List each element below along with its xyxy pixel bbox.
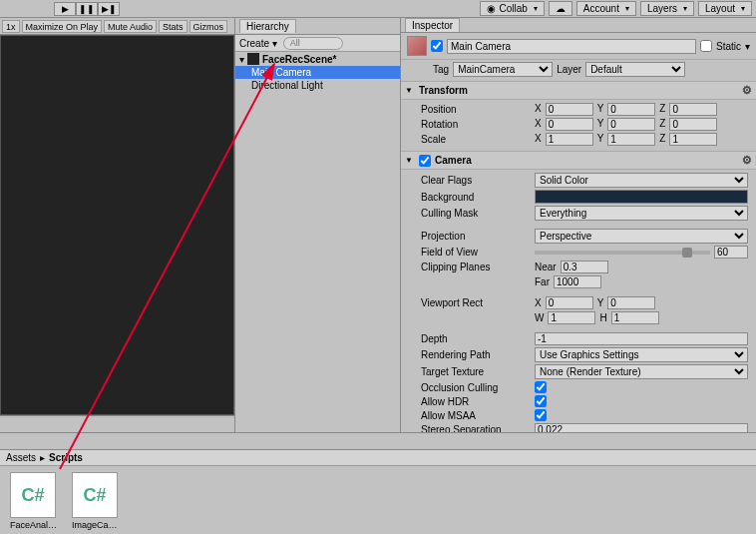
asset-label: FaceAnalysi... [10,520,60,530]
account-dropdown[interactable]: Account [576,1,636,16]
projection-dropdown[interactable]: Perspective [535,229,748,244]
gameobject-active-checkbox[interactable] [431,40,443,52]
stereo-separation-input[interactable] [535,423,748,432]
target-texture-field[interactable]: None (Render Texture) [535,364,748,379]
cloud-icon: ☁ [556,3,566,14]
game-viewport[interactable] [0,35,234,415]
breadcrumb-assets[interactable]: Assets [6,452,36,463]
foldout-icon: ▾ [239,54,244,65]
scale-x-input[interactable] [546,133,593,146]
clear-flags-dropdown[interactable]: Solid Color [535,173,748,188]
allow-msaa-checkbox[interactable] [535,409,547,421]
step-button[interactable]: ▶❚ [98,2,120,16]
gameobject-header: Static ▾ [401,33,756,60]
scale-y-input[interactable] [607,133,655,146]
csharp-script-icon: C# [72,472,118,518]
viewport-rect-label: Viewport Rect [421,297,531,308]
culling-mask-label: Culling Mask [421,208,531,219]
transform-header[interactable]: ▼ Transform ⚙ [401,82,756,100]
gameobject-icon[interactable] [407,36,427,56]
layout-dropdown[interactable]: Layout [698,1,752,16]
hierarchy-tab[interactable]: Hierarchy [239,19,296,33]
inspector-panel: Inspector Static ▾ Tag MainCamera Layer … [401,18,756,432]
stereo-separation-label: Stereo Separation [421,424,531,432]
clear-flags-label: Clear Flags [421,175,531,186]
scale-dropdown[interactable]: 1x [2,20,20,33]
near-clip-input[interactable] [561,261,608,273]
fov-input[interactable] [714,246,748,259]
inspector-tab[interactable]: Inspector [405,18,460,32]
stats-toggle[interactable]: Stats [159,20,188,33]
viewport-y-input[interactable] [607,296,655,309]
allow-msaa-label: Allow MSAA [421,410,531,421]
clipping-planes-label: Clipping Planes [421,262,531,272]
hierarchy-tab-bar: Hierarchy [235,18,400,35]
hierarchy-item-directional-light[interactable]: Directional Light [235,79,400,92]
static-checkbox[interactable] [700,40,712,52]
tag-dropdown[interactable]: MainCamera [453,62,553,77]
inspector-tab-bar: Inspector [401,18,756,33]
maximize-on-play-toggle[interactable]: Maximize On Play [22,20,103,33]
gizmos-dropdown[interactable]: Gizmos [189,20,228,33]
position-x-input[interactable] [546,103,593,116]
rotation-z-input[interactable] [669,118,717,131]
tag-layer-row: Tag MainCamera Layer Default [401,60,756,82]
foldout-icon: ▼ [405,156,415,165]
asset-grid: C# FaceAnalysi... C# ImageCaptu... [0,466,756,534]
hierarchy-toolbar: Create ▾ [235,35,400,52]
target-texture-label: Target Texture [421,366,531,377]
pause-button[interactable]: ❚❚ [76,2,98,16]
allow-hdr-label: Allow HDR [421,396,531,407]
fov-slider[interactable] [535,251,710,255]
camera-component: ▼ Camera ⚙ Clear FlagsSolid Color Backgr… [401,152,756,432]
play-button[interactable]: ▶ [54,2,76,16]
scale-label: Scale [421,134,531,145]
breadcrumb-scripts[interactable]: Scripts [49,452,83,463]
background-label: Background [421,192,531,203]
cloud-button[interactable]: ☁ [549,1,572,16]
rotation-x-input[interactable] [546,118,593,131]
occlusion-culling-checkbox[interactable] [535,381,547,393]
viewport-footer [0,415,234,432]
allow-hdr-checkbox[interactable] [535,395,547,407]
top-toolbar: ▶ ❚❚ ▶❚ ◉Collab ☁ Account Layers Layout [0,0,756,18]
game-view-panel: 1x Maximize On Play Mute Audio Stats Giz… [0,18,235,432]
mute-audio-toggle[interactable]: Mute Audio [104,20,157,33]
gear-icon[interactable]: ⚙ [742,84,752,97]
hierarchy-item-main-camera[interactable]: Main Camera [235,66,400,79]
collab-dropdown[interactable]: ◉Collab [480,1,544,16]
far-clip-input[interactable] [554,275,601,288]
gear-icon[interactable]: ⚙ [742,154,752,167]
hierarchy-panel: Hierarchy Create ▾ ▾ FaceRecScene* Main … [235,18,401,432]
foldout-icon: ▼ [405,86,415,95]
project-breadcrumb: Assets ▸ Scripts [0,450,756,466]
static-dropdown-icon[interactable]: ▾ [745,41,750,52]
layer-dropdown[interactable]: Default [585,62,685,77]
collab-icon: ◉ [487,3,496,14]
position-y-input[interactable] [607,103,655,116]
hierarchy-search-input[interactable] [283,37,343,50]
breadcrumb-separator-icon: ▸ [40,452,45,463]
camera-header[interactable]: ▼ Camera ⚙ [401,152,756,170]
camera-enabled-checkbox[interactable] [419,155,431,167]
rendering-path-dropdown[interactable]: Use Graphics Settings [535,347,748,362]
depth-input[interactable] [535,332,748,345]
viewport-w-input[interactable] [548,311,595,324]
unity-logo-icon [247,53,259,65]
asset-image-capture-script[interactable]: C# ImageCaptu... [72,472,122,530]
create-dropdown[interactable]: Create ▾ [239,38,277,49]
viewport-h-input[interactable] [611,311,659,324]
culling-mask-dropdown[interactable]: Everything [535,206,748,221]
position-z-input[interactable] [669,103,717,116]
game-view-toolbar: 1x Maximize On Play Mute Audio Stats Giz… [0,18,234,35]
layers-dropdown[interactable]: Layers [640,1,694,16]
tag-label: Tag [433,64,449,75]
asset-face-analysis-script[interactable]: C# FaceAnalysi... [10,472,60,530]
play-controls: ▶ ❚❚ ▶❚ [54,2,120,16]
viewport-x-input[interactable] [546,296,593,309]
gameobject-name-input[interactable] [447,39,696,54]
rotation-y-input[interactable] [607,118,655,131]
hierarchy-scene-row[interactable]: ▾ FaceRecScene* [235,52,400,66]
scale-z-input[interactable] [669,133,717,146]
background-color-picker[interactable] [535,190,748,204]
